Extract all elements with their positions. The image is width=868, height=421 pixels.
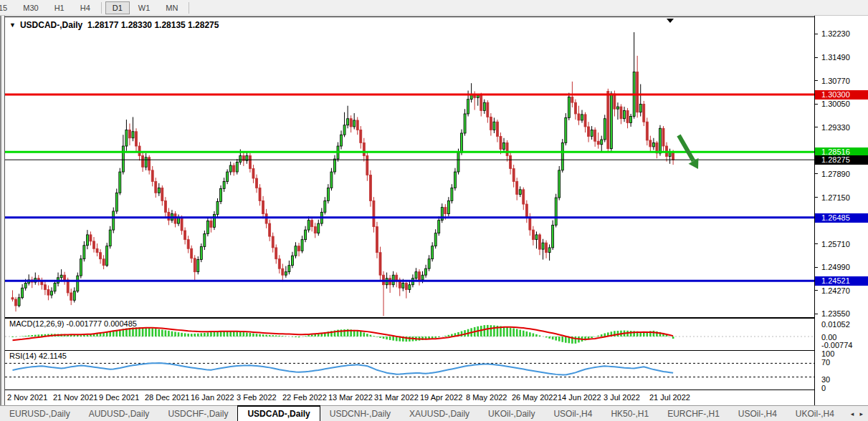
axis-tick [815, 290, 818, 291]
axis-tick [815, 267, 818, 268]
timeframe-toolbar: 15M30H1H4D1W1MN [0, 0, 868, 16]
timeframe-button-h1[interactable]: H1 [47, 1, 72, 14]
tab-eurusddaily[interactable]: EURUSD-,Daily [0, 406, 80, 421]
tab-ukoilh4[interactable]: UKOil-,H4 [786, 406, 844, 421]
price-chart-canvas[interactable] [5, 16, 814, 317]
price-axis: 1.322301.314901.307701.300501.293301.278… [814, 16, 868, 405]
date-label: 2 Nov 2021 [7, 393, 47, 402]
axis-tick [815, 57, 818, 58]
axis-price-label: 1.29330 [821, 123, 850, 132]
tab-usoilh4[interactable]: USOil-,H4 [544, 406, 601, 421]
rsi-axis-label: 0 [821, 384, 826, 392]
axis-price-label: 1.32230 [821, 29, 850, 38]
symbol-tabbar: EURUSD-,DailyAUDUSD-,DailyUSDCHF-,DailyU… [0, 405, 868, 421]
axis-tick [815, 197, 818, 198]
chart-title: ▼USDCAD-,Daily 1.28177 1.28330 1.28135 1… [9, 20, 219, 30]
timeframe-button-w1[interactable]: W1 [131, 1, 158, 14]
rsi-panel-canvas[interactable] [5, 351, 814, 390]
tab-eurchfh1[interactable]: EURCHF-,H1 [658, 406, 729, 421]
axis-tick [815, 127, 818, 127]
timeframe-button-h4[interactable]: H4 [73, 1, 97, 14]
price-badge-1.26485: 1.26485 [815, 213, 868, 223]
chart-workspace[interactable]: ▼USDCAD-,Daily 1.28177 1.28330 1.28135 1… [0, 16, 868, 405]
axis-price-label: 1.27150 [821, 193, 850, 202]
axis-tick [815, 80, 818, 81]
tab-usdcaddaily[interactable]: USDCAD-,Daily [237, 405, 320, 421]
rsi-label: RSI(14) 42.1145 [9, 352, 67, 360]
price-badge-1.28275: 1.28275 [815, 155, 868, 165]
axis-price-label: 1.30050 [821, 100, 850, 108]
tab-usdchfdaily[interactable]: USDCHF-,Daily [158, 406, 237, 421]
tab-xauusddaily[interactable]: XAUUSD-,Daily [400, 406, 479, 421]
timeframe-button-15[interactable]: 15 [0, 1, 14, 14]
axis-tick [815, 104, 818, 105]
date-label: 31 Mar 2022 [374, 393, 419, 402]
rsi-axis-label: 30 [821, 375, 830, 384]
tab-ukoildaily[interactable]: UKOil-,Daily [479, 406, 544, 421]
tab-scroll-left-icon[interactable]: ◂ [851, 410, 854, 417]
date-label: 14 Jun 2022 [558, 393, 601, 402]
date-label: 22 Feb 2022 [282, 393, 327, 402]
date-label: 8 May 2022 [466, 393, 507, 402]
ohlc-readout: 1.28177 1.28330 1.28135 1.28275 [87, 20, 219, 30]
tab-usdcnhdaily[interactable]: USDCNH-,Daily [320, 406, 400, 421]
toolbar-separator [189, 2, 189, 14]
tab-hk50h1[interactable]: HK50-,H1 [601, 406, 658, 421]
axis-price-label: 1.24270 [821, 286, 850, 295]
macd-label: MACD(12,26,9) -0.001777 0.000485 [9, 319, 137, 328]
date-label: 3 Feb 2022 [237, 393, 277, 402]
price-badge-1.24521: 1.24521 [815, 276, 868, 286]
axis-tick [815, 34, 818, 34]
price-badge-1.30300: 1.30300 [815, 90, 868, 100]
axis-tick [815, 314, 818, 314]
date-label: 13 Mar 2022 [328, 393, 373, 402]
date-label: 3 Jul 2022 [604, 393, 640, 402]
tab-usoilh4[interactable]: USOil-,H4 [729, 406, 786, 421]
window-left-border [0, 16, 5, 405]
date-label: 28 Dec 2021 [145, 393, 189, 402]
date-label: 16 Jan 2022 [191, 393, 234, 402]
axis-tick [815, 243, 818, 244]
date-label: 26 May 2022 [512, 393, 558, 402]
axis-price-label: 1.24990 [821, 263, 850, 271]
tab-scroll-controls: ◂▸ [844, 406, 868, 421]
rsi-axis-label: 70 [821, 358, 830, 367]
symbol-name: USDCAD-,Daily [20, 20, 82, 30]
toolbar-separator [101, 2, 102, 14]
axis-price-label: 1.27890 [821, 170, 850, 178]
axis-price-label: 1.23550 [821, 309, 850, 318]
axis-tick [815, 173, 818, 174]
macd-axis-label: 0.01052 [821, 320, 850, 329]
rsi-axis-label: 100 [821, 349, 834, 358]
date-axis: 2 Nov 202121 Nov 20219 Dec 202128 Dec 20… [5, 390, 814, 405]
axis-price-label: 1.30770 [821, 77, 850, 85]
axis-price-label: 1.31490 [821, 53, 850, 62]
date-label: 21 Jul 2022 [649, 393, 690, 402]
date-label: 9 Dec 2021 [99, 393, 139, 402]
timeframe-button-m30[interactable]: M30 [16, 1, 45, 14]
timeframe-button-mn[interactable]: MN [158, 1, 185, 14]
macd-axis-label: -0.00774 [821, 341, 852, 349]
axis-price-label: 1.25710 [821, 240, 850, 248]
tab-scroll-right-icon[interactable]: ▸ [859, 410, 863, 417]
collapse-triangle-icon[interactable]: ▼ [9, 21, 16, 29]
date-label: 19 Apr 2022 [420, 393, 462, 402]
tab-audusddaily[interactable]: AUDUSD-,Daily [80, 406, 159, 421]
date-label: 21 Nov 2021 [53, 393, 97, 402]
timeframe-button-d1[interactable]: D1 [105, 1, 130, 14]
